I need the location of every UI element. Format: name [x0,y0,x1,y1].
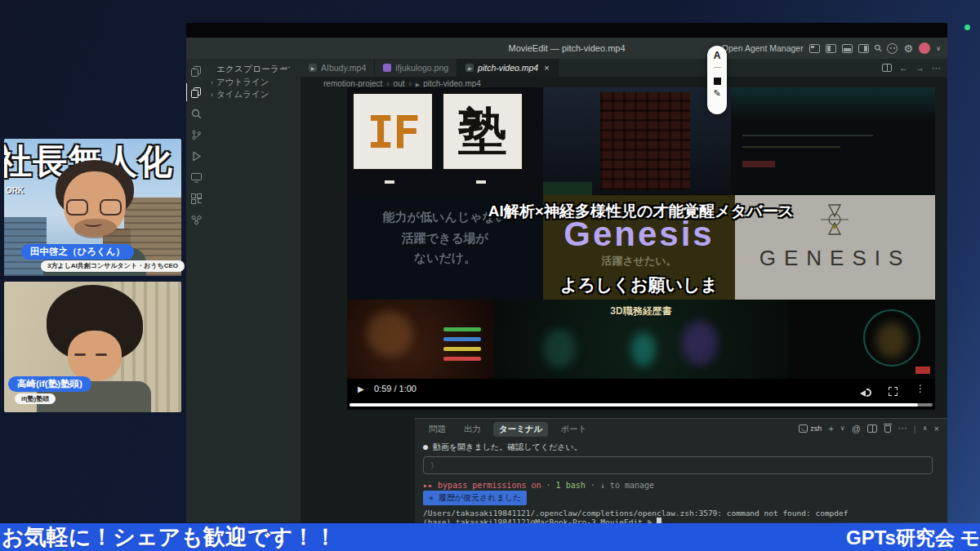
dots-menu-icon[interactable]: ····· [707,64,727,71]
speaker-name-badge: 高崎(if(塾)塾頭) [8,376,91,392]
toggle-sidebar-icon[interactable] [826,44,836,53]
banner-left-text: お気軽に！シェアも歓迎です！！ [2,523,336,551]
genesis-subtitle: 活躍させたい。 [543,254,735,269]
terminal-notice-line: ● 動画を開きました。確認してください。 [423,442,582,453]
tab-output[interactable]: 出力 [458,422,487,437]
more-actions-icon[interactable]: ⋯ [932,63,941,73]
video-progress-bar[interactable] [350,403,933,407]
kebab-menu-icon[interactable]: ⋮ [915,383,925,394]
person-eye [74,353,86,356]
toggle-secondary-sidebar-icon[interactable] [858,44,869,53]
copy-files-icon[interactable] [186,62,206,80]
search-icon[interactable] [186,104,206,122]
search-icon[interactable]: ⚲ [872,42,884,55]
maximize-panel-icon[interactable]: ∧ [923,424,928,432]
thumb-tavern [347,300,494,379]
split-terminal-icon[interactable] [867,424,877,433]
copilot-icon[interactable] [887,43,898,54]
juku-sign: 塾 [442,92,523,171]
open-agent-manager-button[interactable]: Open Agent Manager [722,43,804,53]
sidebar-item-outline[interactable]: ›アウトライン [211,77,269,88]
explorer-more-actions-icon[interactable]: ⋯ [282,62,291,73]
kill-terminal-icon[interactable] [884,424,892,433]
attach-icon[interactable]: @ [852,424,861,433]
play-icon[interactable]: ▶ [358,384,364,393]
extensions-icon[interactable] [186,189,206,207]
history-restored-badge: ✳ 履歴が復元されました [423,491,527,505]
annotation-toolbar[interactable]: A ····· ✎ [707,46,727,114]
fullscreen-icon[interactable] [889,387,898,396]
panel-tabbar: 問題 出力 ターミナル ポート [423,422,592,437]
tab-aibudy[interactable]: ▶ AIbudy.mp4 [301,59,375,77]
mecha-glow [876,322,907,358]
pen-icon[interactable]: ✎ [707,88,727,99]
source-control-icon[interactable] [186,126,206,144]
castle-glow [682,321,718,365]
tab-ifjukulogo[interactable]: ifjukulogo.png [375,59,457,77]
terminal-input-box[interactable]: 〉 [423,456,933,474]
thumb-mecha [788,300,935,379]
video-frame-if-signs: IF 塾 [347,87,543,195]
org-network-icon[interactable] [186,211,206,229]
screenshot-line [742,146,840,148]
stream-banner: お気軽に！シェアも歓迎です！！ GPTs研究会 モーニン [0,523,980,551]
bush [543,182,592,195]
stat-bar-red [443,357,481,361]
prompt-chevron: 〉 [430,460,439,472]
terminal-status-line: ▸▸ bypass permissions on · 1 bash · ↓ to… [423,481,654,490]
shell-selector[interactable]: ›_zsh [799,424,822,433]
thumb-caption: 3D職務経歴書 [494,304,788,318]
video-player[interactable]: IF 塾 [347,87,935,410]
close-panel-icon[interactable]: × [934,424,939,433]
image-file-icon [383,64,391,72]
recording-indicator-dot [964,24,970,30]
sign-post [385,180,394,184]
screenshot-glow [731,87,935,120]
navigate-back-icon[interactable]: ← [899,63,908,73]
person-eye [96,353,107,356]
close-tab-icon[interactable]: × [544,63,549,73]
run-debug-icon[interactable] [186,147,206,165]
chevron-down-icon[interactable]: ∨ [936,45,941,52]
split-editor-icon[interactable] [882,64,892,72]
customize-layout-icon[interactable] [809,44,820,53]
genesis-logo-text: GENESIS [735,246,935,271]
editor-tabbar: ▶ AIbudy.mp4 ifjukulogo.png ▶ pitch-vide… [301,59,947,77]
video-frame-screenshot [731,87,935,195]
explorer-icon[interactable] [186,83,206,101]
tab-pitch-video[interactable]: ▶ pitch-video.mp4 × [457,59,559,77]
speaker-name-badge: 田中啓之（ひろくん） [21,244,134,260]
vscode-window: MovieEdit — pitch-video.mp4 Open Agent M… [186,23,947,522]
settings-gear-icon[interactable]: ⚙ [903,43,913,54]
quote-line: ないだけ。 [347,251,543,266]
person-face [68,331,122,381]
titlebar[interactable]: MovieEdit — pitch-video.mp4 Open Agent M… [186,38,947,59]
volume-icon[interactable] [860,385,871,400]
video-frame-building [543,87,731,195]
video-file-icon: ▶ [466,64,474,72]
video-file-icon: ▶ [309,64,317,72]
red-tag [915,367,930,374]
agent-logo-icon[interactable]: A [707,50,727,61]
glasses-right-lens [100,199,122,216]
sidebar-item-timeline[interactable]: ›タイムライン [211,89,269,100]
more-actions-icon[interactable]: ⋯ [898,423,907,433]
tab-ports[interactable]: ポート [555,422,592,437]
terminal-icon: ›_ [799,424,808,433]
tab-problems[interactable]: 問題 [423,422,452,437]
tab-terminal[interactable]: ターミナル [493,422,548,437]
remote-explorer-icon[interactable] [186,168,206,186]
new-terminal-icon[interactable]: + [828,424,833,433]
window-top-strip [186,23,947,38]
explorer-sidebar: エクスプローラー ⋯ ›アウトライン ›タイムライン [206,59,301,522]
chevron-down-icon[interactable]: ∨ [840,424,845,432]
virtual-bg-fragment: ORK [6,186,24,195]
bottom-panel: 問題 出力 ターミナル ポート ›_zsh + ∨ @ ⋯ | [415,418,947,522]
stat-bar-green [443,327,481,331]
separator: | [914,424,916,433]
stop-square-icon[interactable] [714,78,721,85]
toggle-panel-icon[interactable] [842,44,853,53]
account-avatar[interactable] [919,42,930,54]
navigate-forward-icon[interactable]: → [915,63,924,73]
quote-line: 活躍できる場が [347,231,543,247]
